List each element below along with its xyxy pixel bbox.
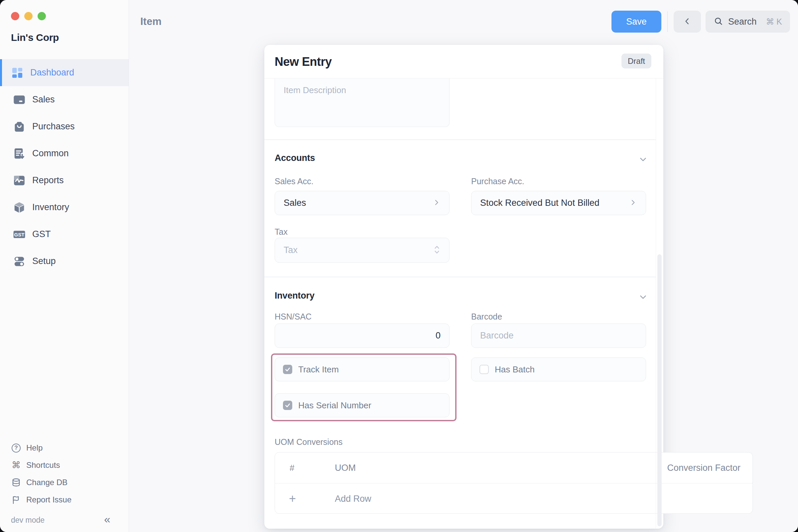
shopping-bag-icon	[13, 120, 25, 133]
topbar-divider	[667, 11, 668, 32]
section-divider	[264, 277, 656, 277]
activity-chart-icon	[13, 174, 25, 187]
package-box-icon	[13, 201, 25, 214]
dev-mode-label: dev mode	[11, 516, 44, 525]
command-icon: ⌘	[11, 460, 21, 471]
search-shortcut: ⌘ K	[766, 17, 782, 26]
track-item-checkbox[interactable]	[283, 365, 292, 374]
flag-icon	[11, 495, 21, 505]
collapse-sidebar-button[interactable]: «	[104, 513, 110, 525]
page-title: Item	[140, 16, 162, 27]
document-icon	[13, 147, 25, 160]
dashboard-icon	[11, 66, 24, 79]
sidebar-item-label: Purchases	[32, 121, 75, 132]
sidebar-item-reports[interactable]: Reports	[0, 167, 129, 194]
tax-label: Tax	[274, 227, 288, 237]
chevron-right-icon	[433, 198, 440, 208]
chevron-left-icon	[683, 17, 691, 26]
sidebar-item-purchases[interactable]: Purchases	[0, 113, 129, 140]
sidebar-nav: Dashboard Sales	[0, 59, 129, 274]
sidebar-item-label: Common	[32, 148, 69, 158]
barcode-label: Barcode	[471, 312, 502, 322]
svg-text:GST: GST	[14, 232, 25, 238]
help-icon: ?	[11, 443, 21, 453]
column-header-conversion-factor: Conversion Factor	[667, 463, 740, 473]
database-icon	[11, 477, 21, 488]
uom-table-header: # UOM Conversion Factor	[275, 453, 753, 483]
close-window-button[interactable]	[11, 12, 19, 20]
scrollbar-thumb[interactable]	[657, 254, 662, 526]
toggles-icon	[13, 255, 25, 268]
tax-select[interactable]: Tax	[274, 238, 450, 263]
collapse-inventory-chevron-down-icon[interactable]	[638, 292, 648, 303]
column-header-index: #	[290, 463, 294, 473]
column-header-uom: UOM	[335, 463, 356, 473]
hsn-label: HSN/SAC	[274, 312, 311, 322]
section-divider	[264, 139, 656, 140]
panel-title: New Entry	[274, 55, 332, 69]
search-button[interactable]: Search ⌘ K	[706, 11, 790, 33]
sidebar-item-label: Sales	[32, 94, 55, 105]
track-item-field[interactable]: Track Item	[274, 358, 450, 381]
sidebar-item-gst[interactable]: GST GST	[0, 221, 129, 248]
sidebar-item-inventory[interactable]: Inventory	[0, 194, 129, 221]
save-button[interactable]: Save	[611, 11, 661, 33]
plus-icon: +	[289, 493, 296, 505]
change-db-link[interactable]: Change DB	[0, 474, 129, 491]
app-window: Lin's Corp Dashboard	[0, 0, 798, 532]
accounts-section-heading: Accounts	[274, 153, 315, 163]
sidebar-item-dashboard[interactable]: Dashboard	[0, 59, 129, 86]
gst-icon: GST	[13, 228, 25, 241]
inventory-section-heading: Inventory	[274, 291, 315, 301]
has-serial-number-checkbox[interactable]	[283, 401, 292, 410]
sidebar-item-label: Reports	[32, 175, 64, 186]
search-icon	[714, 16, 723, 27]
company-name: Lin's Corp	[11, 32, 59, 43]
uom-conversions-table: # UOM Conversion Factor + Add Row	[274, 452, 753, 514]
sidebar: Lin's Corp Dashboard	[0, 0, 129, 532]
sidebar-footer: ? Help ⌘ Shortcuts Change DB	[0, 439, 129, 508]
report-issue-link[interactable]: Report Issue	[0, 491, 129, 508]
has-batch-field[interactable]: Has Batch	[471, 358, 646, 381]
new-entry-panel: New Entry Draft Accounts Sales Acc. Sale…	[264, 45, 663, 529]
add-row-label: Add Row	[335, 493, 372, 504]
barcode-input[interactable]	[480, 324, 637, 347]
sidebar-item-common[interactable]: Common	[0, 140, 129, 167]
hsn-input[interactable]	[284, 324, 440, 347]
help-link[interactable]: ? Help	[0, 439, 129, 457]
purchase-acc-label: Purchase Acc.	[471, 176, 524, 186]
select-updown-icon	[433, 244, 440, 256]
item-description-input[interactable]	[274, 78, 450, 127]
status-badge: Draft	[622, 54, 651, 69]
has-batch-checkbox[interactable]	[479, 365, 489, 374]
shortcuts-link[interactable]: ⌘ Shortcuts	[0, 457, 129, 474]
purchase-acc-field[interactable]: Stock Received But Not Billed	[471, 191, 646, 215]
sales-acc-field[interactable]: Sales	[274, 191, 450, 215]
barcode-field	[471, 324, 646, 348]
hsn-field	[274, 324, 450, 348]
sidebar-item-label: GST	[32, 229, 51, 240]
uom-conversions-label: UOM Conversions	[274, 437, 342, 447]
sidebar-item-sales[interactable]: Sales	[0, 86, 129, 113]
search-label: Search	[728, 17, 757, 27]
has-serial-number-field[interactable]: Has Serial Number	[274, 393, 450, 417]
sidebar-item-label: Dashboard	[30, 68, 74, 78]
scroll-gutter-divider	[656, 78, 656, 529]
sidebar-item-setup[interactable]: Setup	[0, 248, 129, 274]
back-button[interactable]	[673, 11, 701, 33]
zoom-window-button[interactable]	[38, 12, 46, 20]
window-controls	[11, 12, 46, 20]
main-area: Item Save Search ⌘ K	[129, 0, 798, 532]
credit-card-icon	[13, 93, 25, 106]
sidebar-item-label: Inventory	[32, 202, 69, 212]
sidebar-item-label: Setup	[32, 256, 56, 266]
collapse-accounts-chevron-down-icon[interactable]	[638, 154, 648, 166]
add-row-button[interactable]: + Add Row	[275, 483, 753, 514]
sales-acc-label: Sales Acc.	[274, 176, 314, 186]
minimize-window-button[interactable]	[24, 12, 33, 20]
chevron-right-icon	[629, 198, 637, 208]
topbar: Item Save Search ⌘ K	[129, 0, 798, 43]
